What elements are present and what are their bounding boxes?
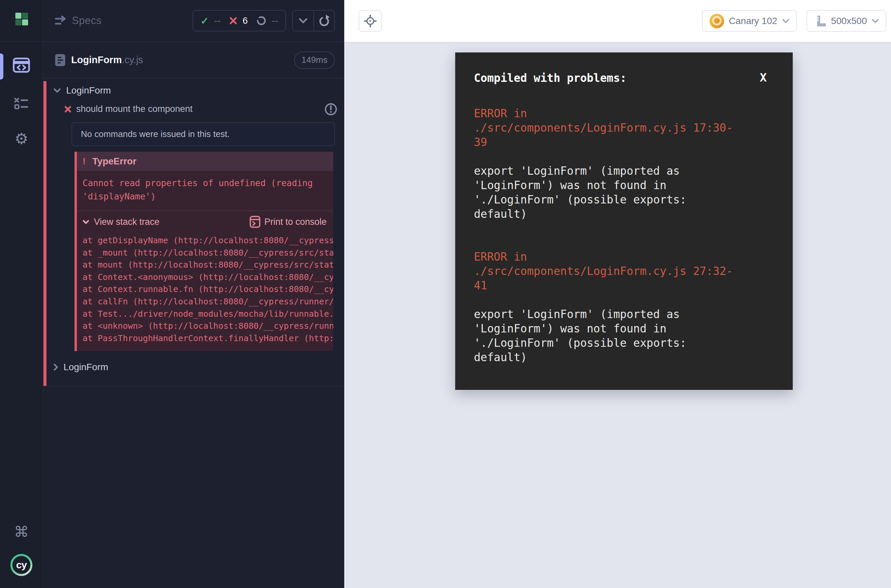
browser-dropdown[interactable]: Canary 102 [702,10,797,32]
chevron-down-icon [83,220,89,224]
error-message: Cannot read properties of undefined (rea… [77,171,333,210]
gear-icon: ⚙ [14,131,28,146]
specs-menu-icon[interactable] [54,16,67,26]
chevron-right-icon [54,363,58,371]
chevron-down-icon [782,19,789,23]
no-commands-note: No commands were issued in this test. [72,122,335,146]
specs-title: Specs [72,15,102,27]
runner-main: Canary 102 500x500 Compiled with problem [344,0,891,588]
crosshair-icon [364,15,377,27]
spec-file-row[interactable]: LoginForm.cy.js 149ms [44,42,344,78]
view-stack-label: View stack trace [94,217,159,227]
console-icon [249,216,260,228]
view-stack-toggle[interactable]: View stack trace [83,217,159,227]
cypress-app: ⚙ ⌘ cy Specs ✓ -- [0,0,891,588]
runner-header: Canary 102 500x500 [344,0,891,42]
suite-row-expanded[interactable]: LoginForm [44,81,344,100]
cypress-logo-icon: cy [11,554,32,576]
run-controls [292,10,335,32]
spec-file-ext: .cy.js [122,54,143,66]
specs-panel: Specs ✓ -- 6 -- [44,0,344,588]
selector-playground-button[interactable] [359,10,382,32]
failed-icon [229,17,237,25]
viewport-dropdown[interactable]: 500x500 [807,10,886,32]
viewport-label: 500x500 [831,16,867,26]
pending-icon [256,16,266,26]
suite-row-collapsed[interactable]: LoginForm [44,357,344,377]
cypress-logo-button[interactable]: cy [0,554,43,576]
error-bang-icon: ! [83,156,86,167]
passed-icon: ✓ [201,15,209,27]
print-to-console-label: Print to console [264,217,326,227]
ruler-icon [814,15,826,27]
failed-suite-block: LoginForm should mount the component [44,81,344,387]
stack-trace-header: View stack trace Print to console [77,211,333,232]
nav-rail: ⚙ ⌘ cy [0,0,44,588]
collapse-all-button[interactable] [293,11,314,31]
duration-badge: 149ms [294,51,335,69]
error-box: ! TypeError Cannot read properties of un… [75,152,333,351]
run-stats[interactable]: ✓ -- 6 -- [192,10,286,32]
spec-file-icon [54,54,66,67]
browser-label: Canary 102 [729,16,777,26]
close-icon[interactable]: X [760,71,774,84]
print-to-console-button[interactable]: Print to console [249,216,326,228]
specs-panel-header: Specs ✓ -- 6 -- [44,0,344,42]
spec-file-name: LoginForm [71,54,122,66]
browser-code-icon [13,57,30,73]
suite-name: LoginForm [63,362,108,372]
alert-circle-icon[interactable] [324,103,338,116]
chrome-canary-icon [709,14,724,28]
overlay-title: Compiled with problems: [474,71,627,85]
passed-count: -- [214,15,221,26]
suite-name: LoginForm [66,85,111,96]
stack-trace-text: at getDisplayName (http://localhost:8080… [77,232,333,351]
command-icon: ⌘ [14,525,29,539]
sidebar-item-runs[interactable] [0,98,43,110]
sidebar-item-settings[interactable]: ⚙ [0,131,43,146]
test-title: should mount the component [76,104,192,114]
app-logo-icon[interactable] [15,13,28,26]
rail-divider [0,41,43,42]
error-header: ! TypeError [77,152,333,171]
compile-error-detail: export 'LoginForm' (imported as 'LoginFo… [474,307,774,364]
failed-count: 6 [243,15,248,26]
error-type: TypeError [92,156,136,167]
webpack-error-overlay: Compiled with problems: X ERROR in ./src… [455,52,793,390]
compile-error-location: ERROR in ./src/components/LoginForm.cy.j… [474,106,774,149]
fail-x-icon [64,106,72,113]
chevron-down-icon [871,19,879,23]
chevron-down-icon [54,88,61,93]
pending-count: -- [272,15,278,26]
compile-error-location: ERROR in ./src/components/LoginForm.cy.j… [474,250,774,292]
failed-test-row[interactable]: should mount the component [44,100,344,118]
keyboard-shortcuts-button[interactable]: ⌘ [0,525,43,539]
test-results-icon [14,98,29,110]
compile-error-detail: export 'LoginForm' (imported as 'LoginFo… [474,164,774,221]
sidebar-item-specs[interactable] [0,57,43,73]
rerun-button[interactable] [314,11,334,31]
